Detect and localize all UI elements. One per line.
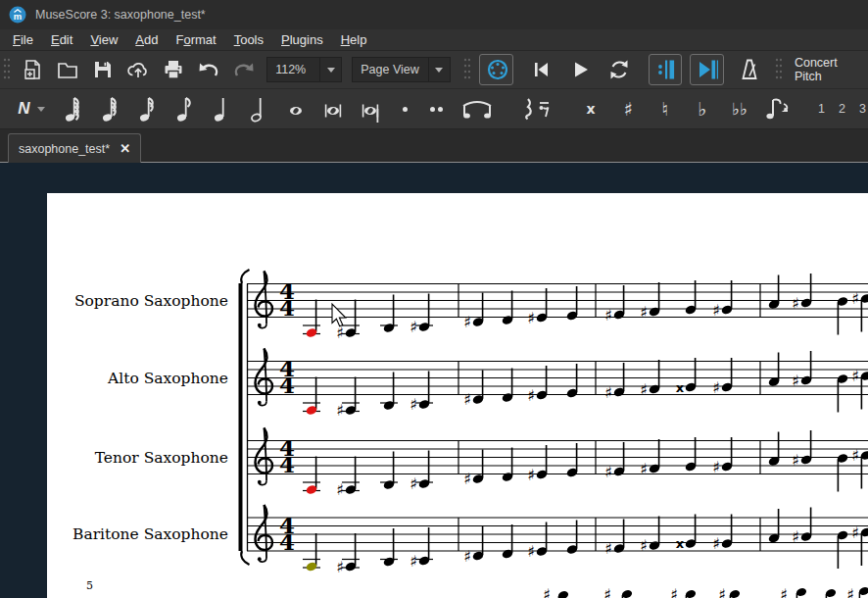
sharp-accidental[interactable]: ♯ xyxy=(410,552,417,571)
tab-saxophone-test[interactable]: saxophone_test* ✕ xyxy=(8,133,141,163)
menu-edit[interactable]: Edit xyxy=(42,30,81,49)
midi-input-button[interactable] xyxy=(479,54,513,85)
sharp-accidental[interactable]: ♯ xyxy=(792,527,799,546)
note-input-mode-button[interactable]: N xyxy=(12,94,51,124)
redo-button[interactable] xyxy=(230,55,258,84)
sharp-accidental[interactable]: ♯ xyxy=(712,458,720,476)
play-repeats-button[interactable] xyxy=(690,54,724,85)
instrument-label[interactable]: Alto Saxophone xyxy=(107,370,228,387)
zoom-dropdown-arrow[interactable] xyxy=(319,58,341,81)
save-online-button[interactable] xyxy=(124,55,152,84)
play-button[interactable] xyxy=(566,55,594,84)
instrument-label[interactable]: Tenor Saxophone xyxy=(95,449,228,467)
voice-2-button[interactable]: 2 xyxy=(832,102,852,116)
sharp-accidental[interactable]: ♯ xyxy=(463,547,471,566)
voice-1-button[interactable]: 1 xyxy=(811,102,832,116)
menu-help[interactable]: Help xyxy=(332,30,376,49)
score-canvas[interactable]: Soprano Saxophone44♯♯♯♯♯♯♯♯♯Alto Saxopho… xyxy=(0,163,868,598)
sharp-accidental[interactable]: ♯ xyxy=(604,539,612,558)
augmentation-dot-button[interactable] xyxy=(394,94,415,124)
metronome-button[interactable] xyxy=(736,55,763,84)
sharp-accidental[interactable]: ♯ xyxy=(640,380,648,399)
save-button[interactable] xyxy=(89,55,117,84)
double-sharp-accidental[interactable]: x xyxy=(676,380,685,395)
sharp-accidental[interactable]: ♯ xyxy=(527,386,535,405)
sharp-accidental[interactable]: ♯ xyxy=(336,558,344,576)
quarter-note-button[interactable] xyxy=(208,94,237,124)
print-button[interactable] xyxy=(160,55,187,84)
view-mode-dropdown-arrow[interactable] xyxy=(428,58,450,81)
double-sharp-accidental[interactable]: x xyxy=(676,536,685,551)
sharp-accidental[interactable]: ♯ xyxy=(336,401,344,420)
eighth-note-button[interactable] xyxy=(170,94,200,124)
flip-direction-button[interactable] xyxy=(762,94,796,124)
double-whole-note-button[interactable] xyxy=(319,94,349,124)
half-note-button[interactable] xyxy=(245,94,274,124)
time-signature-denominator[interactable]: 4 xyxy=(279,528,295,555)
16th-note-button[interactable] xyxy=(133,94,163,124)
sharp-accidental[interactable]: ♯ xyxy=(527,466,535,484)
sharp-accidental[interactable]: ♯ xyxy=(640,460,648,478)
natural-button[interactable]: ♮ xyxy=(651,94,680,124)
repeat-toggle-button[interactable] xyxy=(649,54,681,85)
sharp-accidental[interactable]: ♯ xyxy=(336,480,344,499)
sharp-accidental[interactable]: ♯ xyxy=(712,378,720,397)
open-file-button[interactable] xyxy=(54,55,81,84)
time-signature-denominator[interactable]: 4 xyxy=(279,451,295,477)
double-dot-button[interactable] xyxy=(423,94,449,124)
sharp-accidental[interactable]: ♯ xyxy=(463,313,471,331)
double-flat-button[interactable]: ♭♭ xyxy=(725,94,754,124)
rewind-button[interactable] xyxy=(527,55,555,84)
sharp-button[interactable]: ♯ xyxy=(613,94,643,124)
concert-pitch-button[interactable]: Concert Pitch xyxy=(787,56,868,83)
sharp-accidental[interactable]: ♯ xyxy=(851,289,859,308)
sharp-accidental[interactable]: ♯ xyxy=(410,395,417,414)
flat-button[interactable]: ♭ xyxy=(688,94,717,124)
zoom-select[interactable]: 112% xyxy=(266,57,342,82)
sharp-accidental[interactable]: ♯ xyxy=(851,523,859,542)
whole-note-button[interactable] xyxy=(282,94,312,124)
score-view[interactable]: Soprano Saxophone44♯♯♯♯♯♯♯♯♯Alto Saxopho… xyxy=(0,163,868,598)
64th-note-button[interactable] xyxy=(59,94,88,124)
loop-playback-button[interactable] xyxy=(605,55,633,84)
new-score-button[interactable] xyxy=(19,55,46,84)
instrument-label[interactable]: Soprano Saxophone xyxy=(74,292,228,310)
sharp-accidental[interactable]: ♯ xyxy=(640,536,648,555)
sharp-accidental[interactable]: ♯ xyxy=(640,303,648,322)
view-mode-select[interactable]: Page View xyxy=(352,57,450,82)
sharp-accidental[interactable]: ♯ xyxy=(527,542,535,561)
menu-plugins[interactable]: Plugins xyxy=(272,30,332,49)
longa-note-button[interactable] xyxy=(357,94,386,124)
rest-button[interactable] xyxy=(517,94,556,124)
undo-button[interactable] xyxy=(195,55,222,84)
sharp-accidental[interactable]: ♯ xyxy=(604,463,612,481)
menu-format[interactable]: Format xyxy=(167,30,224,49)
sharp-accidental[interactable]: ♯ xyxy=(792,294,799,313)
sharp-accidental[interactable]: ♯ xyxy=(792,372,799,390)
voice-3-button[interactable]: 3 xyxy=(852,102,868,116)
sharp-accidental[interactable]: ♯ xyxy=(463,470,471,488)
tab-close-icon[interactable]: ✕ xyxy=(120,141,130,156)
sharp-accidental[interactable]: ♯ xyxy=(712,534,720,553)
sharp-accidental[interactable]: ♯ xyxy=(463,390,471,409)
sharp-accidental[interactable]: ♯ xyxy=(527,309,535,327)
sharp-accidental[interactable]: ♯ xyxy=(604,383,612,402)
note-input-dropdown-arrow[interactable] xyxy=(37,107,45,112)
menu-tools[interactable]: Tools xyxy=(225,30,272,49)
tie-button[interactable] xyxy=(457,94,498,124)
instrument-label[interactable]: Baritone Saxophone xyxy=(72,525,228,543)
playback-toolbar-drag-handle[interactable] xyxy=(463,57,470,82)
sharp-accidental[interactable]: ♯ xyxy=(410,474,417,493)
sharp-accidental[interactable]: ♯ xyxy=(851,367,859,385)
time-signature-denominator[interactable]: 4 xyxy=(279,294,295,321)
menu-add[interactable]: Add xyxy=(126,30,167,49)
concert-pitch-drag-handle[interactable] xyxy=(775,57,782,82)
double-sharp-button[interactable]: x xyxy=(576,94,605,124)
sharp-accidental[interactable]: ♯ xyxy=(851,446,859,465)
menu-file[interactable]: File xyxy=(4,30,42,49)
sharp-accidental[interactable]: ♯ xyxy=(604,306,612,324)
time-signature-denominator[interactable]: 4 xyxy=(279,372,295,398)
32nd-note-button[interactable] xyxy=(96,94,125,124)
menu-view[interactable]: View xyxy=(81,30,126,49)
sharp-accidental[interactable]: ♯ xyxy=(712,301,720,320)
